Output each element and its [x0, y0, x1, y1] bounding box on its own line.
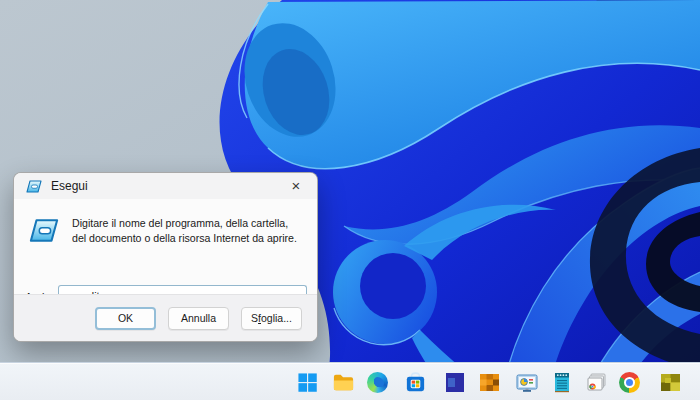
taskbar-item-blue-app[interactable] [442, 369, 468, 395]
run-dialog: Esegui × Digitare il nome del programma,… [13, 172, 318, 342]
cancel-button[interactable]: Annulla [168, 307, 229, 330]
file-explorer-icon [332, 371, 355, 394]
taskbar-item-file-explorer[interactable] [330, 369, 356, 395]
browse-button[interactable]: Sfoglia... [241, 307, 302, 330]
taskbar-item-display-app[interactable] [514, 369, 540, 395]
taskbar-item-photos-app[interactable] [583, 369, 609, 395]
taskbar-item-edge[interactable] [364, 369, 390, 395]
dialog-message: Digitare il nome del programma, della ca… [72, 216, 305, 246]
taskbar-item-chrome[interactable] [616, 369, 642, 395]
run-dialog-titlebar[interactable]: Esegui × [14, 173, 317, 199]
dialog-title: Esegui [51, 179, 88, 193]
taskbar-item-orange-app[interactable] [476, 369, 502, 395]
microsoft-store-icon [404, 371, 427, 394]
taskbar-item-notepad-app[interactable] [549, 369, 575, 395]
close-icon[interactable]: × [279, 174, 313, 198]
desktop: Esegui × Digitare il nome del programma,… [0, 0, 700, 400]
edge-icon [367, 372, 388, 393]
blue-app-icon [444, 371, 466, 394]
run-dialog-footer: OK Annulla Sfoglia... [14, 294, 317, 341]
taskbar-item-yellow-app[interactable] [657, 369, 683, 395]
taskbar-item-start[interactable] [294, 369, 320, 395]
photos-app-icon [585, 371, 608, 394]
taskbar-item-microsoft-store[interactable] [402, 369, 428, 395]
ok-button[interactable]: OK [95, 307, 156, 330]
windows-start-icon [297, 372, 318, 393]
display-app-icon [515, 371, 539, 394]
yellow-app-icon [659, 371, 682, 394]
run-dialog-body: Digitare il nome del programma, della ca… [14, 199, 317, 294]
orange-app-icon [478, 371, 501, 394]
chrome-icon [619, 372, 640, 393]
taskbar [0, 362, 700, 400]
run-dialog-icon [29, 218, 59, 243]
run-icon [26, 180, 42, 193]
notepad-app-icon [550, 371, 574, 394]
